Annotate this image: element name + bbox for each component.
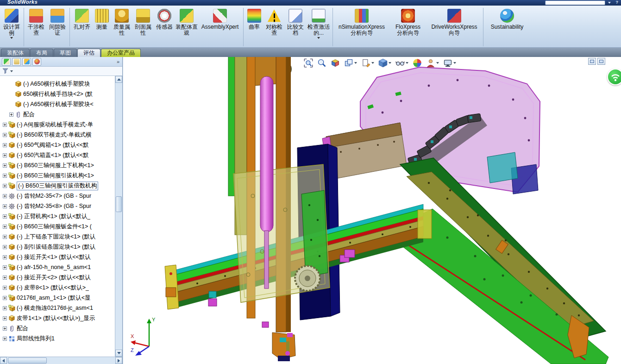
tab-评估[interactable]: 评估: [77, 49, 100, 57]
expand-toggle-icon[interactable]: [9, 113, 13, 117]
featuremanager-tab[interactable]: [2, 58, 11, 66]
ribbon-button[interactable]: Sustainability: [485, 7, 529, 30]
expand-toggle-icon[interactable]: [3, 153, 7, 157]
apply-scene-button[interactable]: [425, 57, 440, 69]
ribbon-button[interactable]: 传感器: [154, 7, 175, 30]
expand-toggle-icon[interactable]: [3, 225, 7, 229]
help-icon[interactable]: ?: [616, 0, 619, 5]
tree-item[interactable]: (-) B650三轴伺服钣金件<1> (: [0, 221, 115, 232]
edit-component-button[interactable]: [360, 57, 375, 69]
tree-item[interactable]: (-) B650三轴伺服引拔机构<1>: [0, 170, 115, 181]
expand-toggle-icon[interactable]: [3, 286, 7, 290]
dropdown-arrow-icon[interactable]: [354, 62, 357, 64]
view-settings-button[interactable]: [442, 57, 457, 69]
graphics-viewport[interactable]: Y X Z: [123, 57, 621, 364]
section-view-button[interactable]: [330, 57, 341, 69]
tree-item[interactable]: (-) B650三轴伺服上下机构<1>: [0, 160, 115, 170]
configurationmanager-tab[interactable]: [22, 58, 31, 66]
dropdown-arrow-icon[interactable]: [436, 62, 439, 64]
display-style-button[interactable]: [377, 57, 392, 69]
ribbon-button[interactable]: FloXpress 分析向导: [389, 7, 427, 36]
tree-item[interactable]: (-) B650三轴伺服引拔倍数机构: [0, 181, 115, 191]
tree-filter-row[interactable]: [0, 67, 122, 76]
expand-toggle-icon[interactable]: [3, 143, 7, 147]
hide-show-items-button[interactable]: [395, 57, 409, 69]
tree-item[interactable]: (-) 副引拔链条固定块<1> (默认: [0, 242, 115, 252]
tree-item[interactable]: (-) 齿轮M2-35<7> (GB - Spur: [0, 191, 115, 201]
expand-toggle-icon[interactable]: [3, 245, 7, 249]
displaymanager-tab[interactable]: [32, 58, 41, 66]
tree-item[interactable]: 02176tl_asm_1<1> (默认<显: [0, 293, 115, 303]
pane-split-button[interactable]: [588, 58, 596, 65]
tree-item[interactable]: 局部线性阵列1: [0, 333, 115, 344]
dropdown-arrow-icon[interactable]: [453, 62, 456, 64]
tree-item[interactable]: (-) 皮带8<1> (默认<<默认>_: [0, 282, 115, 293]
ribbon-button[interactable]: 干涉检查: [25, 7, 47, 36]
expand-toggle-icon[interactable]: [3, 296, 7, 300]
tree-item[interactable]: (-) A650横行机械手塑胶块<: [0, 99, 115, 109]
tree-item[interactable]: (-) 上下链条下固定块<1> (默认: [0, 232, 115, 242]
expand-toggle-icon[interactable]: [3, 276, 7, 280]
tree-item[interactable]: 配合: [0, 109, 115, 119]
tree-item[interactable]: (-) 齿轮M2-35<8> (GB - Spur: [0, 201, 115, 211]
dropdown-arrow-icon[interactable]: [371, 62, 374, 64]
expand-toggle-icon[interactable]: [3, 235, 7, 239]
expand-toggle-icon[interactable]: [3, 174, 7, 178]
tree-item[interactable]: 650横行机械手挡块<2> (默: [0, 89, 115, 99]
expand-toggle-icon[interactable]: [3, 214, 7, 219]
expand-toggle-icon[interactable]: [3, 326, 7, 331]
tree-vertical-scrollbar[interactable]: [115, 76, 122, 357]
tree-item[interactable]: (-) 650汽箱盖<1> (默认<<默: [0, 150, 115, 160]
propertymanager-tab[interactable]: [12, 58, 21, 66]
remote-support-button[interactable]: [607, 69, 621, 85]
zoom-area-button[interactable]: [316, 57, 327, 69]
expand-toggle-icon[interactable]: [3, 306, 7, 310]
expand-toggle-icon[interactable]: [3, 184, 7, 188]
tree-item[interactable]: (-) 接近开关<2> (默认<<默认: [0, 272, 115, 282]
ribbon-button[interactable]: 质量属性: [111, 7, 132, 36]
ribbon-button[interactable]: 装配体直观: [175, 7, 198, 36]
search-dropdown-icon[interactable]: [608, 2, 611, 4]
dropdown-arrow-icon[interactable]: [389, 62, 391, 64]
ribbon-button[interactable]: 间隙验证: [47, 7, 68, 36]
tree-item[interactable]: (-) B650双节横走式-单截式横: [0, 130, 115, 140]
ribbon-button[interactable]: AssemblyXpert: [198, 7, 242, 30]
filter-dropdown-icon[interactable]: [10, 70, 13, 72]
drive-gear[interactable]: [295, 266, 320, 291]
ribbon-button[interactable]: 曲率: [245, 7, 263, 30]
panel-overflow-chevron[interactable]: »: [117, 59, 120, 64]
ribbon-button[interactable]: 比较文档: [285, 7, 306, 36]
scroll-down-button[interactable]: [115, 350, 122, 357]
tab-办公室产品[interactable]: 办公室产品: [101, 49, 141, 57]
ribbon-button[interactable]: 测量: [93, 7, 111, 30]
tree-item[interactable]: (-) 横走拖连02176tl-jc_asm<1: [0, 303, 115, 313]
tab-草图[interactable]: 草图: [54, 49, 77, 57]
expand-toggle-icon[interactable]: [3, 316, 7, 320]
scroll-up-button[interactable]: [115, 76, 122, 83]
dropdown-arrow-icon[interactable]: [10, 37, 13, 39]
tree-item[interactable]: 配合: [0, 323, 115, 333]
expand-toggle-icon[interactable]: [3, 204, 7, 208]
cad-model-canvas[interactable]: [123, 57, 621, 364]
expand-toggle-icon[interactable]: [3, 163, 7, 168]
tree-item[interactable]: (-) 650气阀箱<1> (默认<<默: [0, 140, 115, 150]
view-orientation-button[interactable]: [343, 57, 358, 69]
expand-toggle-icon[interactable]: [3, 255, 7, 259]
expand-toggle-icon[interactable]: [3, 123, 7, 127]
tab-布局[interactable]: 布局: [30, 49, 53, 57]
dropdown-arrow-icon[interactable]: [317, 37, 320, 39]
zoom-fit-button[interactable]: [303, 57, 314, 69]
ribbon-button[interactable]: 剖面属性: [132, 7, 154, 36]
expand-toggle-icon[interactable]: [3, 194, 7, 198]
search-input[interactable]: [545, 0, 605, 5]
dropdown-arrow-icon[interactable]: [406, 62, 408, 64]
ribbon-button[interactable]: DriveWorksXpress 向导: [427, 7, 482, 36]
tree-item[interactable]: (-) 正臂机构<1> (默认<默认_: [0, 211, 115, 221]
ribbon-button[interactable]: 检查激活的...: [306, 7, 331, 39]
tree-item[interactable]: (-) A650横行机械手塑胶块: [0, 79, 115, 89]
expand-toggle-icon[interactable]: [3, 265, 7, 270]
horizontal-scroll-thumb[interactable]: [8, 358, 47, 364]
tree-item[interactable]: (-) 接近开关<1> (默认<<默认: [0, 252, 115, 262]
ribbon-button[interactable]: 孔对齐: [71, 7, 93, 30]
ribbon-button[interactable]: 设计算例: [1, 7, 22, 39]
